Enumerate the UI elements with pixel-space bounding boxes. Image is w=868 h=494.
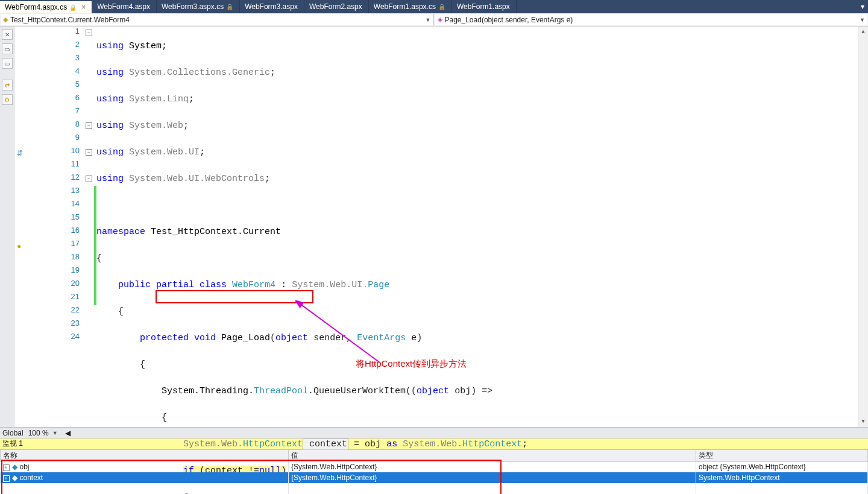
watch-row-empty[interactable] xyxy=(1,483,868,494)
code-surface[interactable]: using System; using System.Collections.G… xyxy=(96,27,868,494)
watch-header-type[interactable]: 类型 xyxy=(696,449,868,461)
variable-icon: ◆ xyxy=(12,463,17,471)
toolbox-button[interactable]: ▭ xyxy=(2,58,13,69)
member-label: Page_Load(object sender, EventArgs e) xyxy=(445,16,573,24)
tab-label: WebForm4.aspx xyxy=(97,2,150,11)
tab-webform2-aspx[interactable]: WebForm2.aspx xyxy=(304,0,369,13)
tab-label: WebForm2.aspx xyxy=(309,2,362,11)
glyph-margin[interactable]: ⇵ ● xyxy=(14,27,30,427)
watch-row[interactable]: +◆obj {System.Web.HttpContext} object {S… xyxy=(1,461,868,472)
tab-webform4-cs[interactable]: WebForm4.aspx.cs 🔒 × xyxy=(0,0,92,13)
tab-webform1-cs[interactable]: WebForm1.aspx.cs 🔒 xyxy=(369,0,452,13)
tab-overflow-button[interactable]: ▾ xyxy=(857,0,868,13)
watch-header-name[interactable]: 名称 xyxy=(1,449,289,461)
toolbox-button[interactable]: ⚙ xyxy=(2,94,13,105)
tab-label: WebForm4.aspx.cs xyxy=(5,3,67,11)
watch-panel: 名称 值 类型 +◆obj {System.Web.HttpContext} o… xyxy=(0,449,868,495)
watch-header-value[interactable]: 值 xyxy=(289,449,696,461)
scroll-down-icon[interactable]: ▼ xyxy=(858,417,868,427)
vertical-scrollbar[interactable]: ▲ ▼ xyxy=(858,27,868,427)
watch-table: 名称 值 类型 +◆obj {System.Web.HttpContext} o… xyxy=(0,449,868,495)
expand-icon[interactable]: + xyxy=(3,464,10,471)
fold-toggle[interactable]: − xyxy=(86,176,92,182)
annotation-box xyxy=(156,290,313,303)
tab-webform3-cs[interactable]: WebForm3.aspx.cs 🔒 xyxy=(157,0,240,13)
close-icon[interactable]: × xyxy=(81,3,86,11)
toolbox-button[interactable]: ⇄ xyxy=(2,80,13,90)
watch-header-row: 名称 值 类型 xyxy=(1,449,868,461)
editor-area: ✕ ▭ ▭ ⇄ ⚙ ⇵ ● 1 2 3 4 5 6 7 8 9 10 11 12… xyxy=(0,27,868,428)
variable-icon: ◆ xyxy=(12,473,17,482)
hscroll-left-icon[interactable]: ◀ xyxy=(65,429,71,437)
class-icon: ◆ xyxy=(3,16,8,24)
fold-toggle[interactable]: − xyxy=(86,30,92,36)
tab-label: WebForm3.aspx.cs xyxy=(162,2,224,11)
chevron-down-icon: ▼ xyxy=(426,17,431,23)
member-dropdown[interactable]: ◈ Page_Load(object sender, EventArgs e) … xyxy=(435,14,868,25)
lock-icon: 🔒 xyxy=(438,4,445,10)
expand-icon[interactable]: + xyxy=(3,475,10,482)
scope-label: Global xyxy=(2,429,24,437)
editor-side-toolbar: ✕ ▭ ▭ ⇄ ⚙ xyxy=(0,27,14,427)
fold-toggle[interactable]: − xyxy=(86,122,92,129)
breakpoint-icon[interactable]: ● xyxy=(17,242,27,252)
chevron-down-icon: ▼ xyxy=(860,17,865,23)
toolbox-button[interactable]: ✕ xyxy=(2,29,13,40)
annotation-text: 将HttpContext传到异步方法 xyxy=(356,357,467,370)
chevron-down-icon[interactable]: ▼ xyxy=(52,430,58,436)
tab-webform4-aspx[interactable]: WebForm4.aspx xyxy=(92,0,157,13)
tab-webform3-aspx[interactable]: WebForm3.aspx xyxy=(240,0,304,13)
implements-glyph-icon: ⇵ xyxy=(17,149,27,159)
zoom-level[interactable]: 100 % xyxy=(28,429,49,437)
fold-gutter[interactable]: − − − − xyxy=(86,27,94,427)
type-dropdown[interactable]: ◆ Test_HttpContext.Current.WebForm4 ▼ xyxy=(1,14,434,25)
lock-icon: 🔒 xyxy=(69,4,77,11)
tab-label: WebForm3.aspx xyxy=(245,2,298,11)
scroll-up-icon[interactable]: ▲ xyxy=(858,27,868,37)
toolbox-button[interactable]: ▭ xyxy=(2,43,13,54)
tab-label: WebForm1.aspx xyxy=(457,2,510,11)
line-number-gutter: 1 2 3 4 5 6 7 8 9 10 11 12 13 14 15 16 1… xyxy=(30,27,86,427)
document-tabstrip: WebForm4.aspx.cs 🔒 × WebForm4.aspx WebFo… xyxy=(0,0,868,13)
code-editor[interactable]: using System; using System.Collections.G… xyxy=(96,27,868,427)
type-label: Test_HttpContext.Current.WebForm4 xyxy=(10,16,130,24)
method-icon: ◈ xyxy=(438,16,442,24)
watch-row[interactable]: +◆context {System.Web.HttpContext} Syste… xyxy=(1,472,868,483)
lock-icon: 🔒 xyxy=(226,4,233,10)
tab-label: WebForm1.aspx.cs xyxy=(374,2,436,11)
tab-webform1-aspx[interactable]: WebForm1.aspx xyxy=(452,0,517,13)
fold-toggle[interactable]: − xyxy=(86,149,92,156)
member-navbar: ◆ Test_HttpContext.Current.WebForm4 ▼ ◈ … xyxy=(0,13,868,27)
